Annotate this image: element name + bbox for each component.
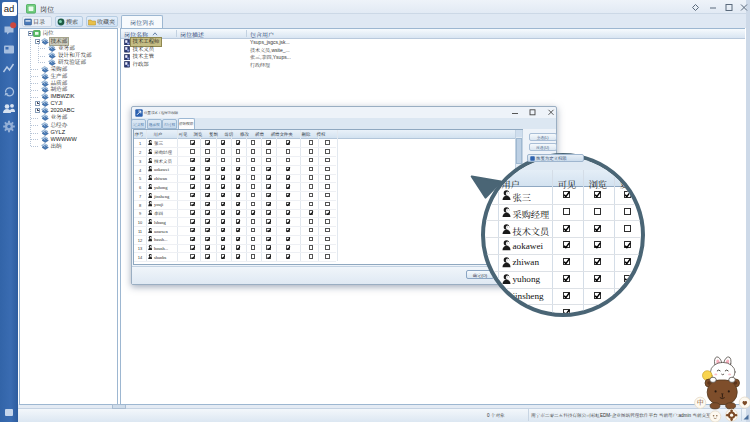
svg-text:中: 中 — [697, 397, 704, 407]
